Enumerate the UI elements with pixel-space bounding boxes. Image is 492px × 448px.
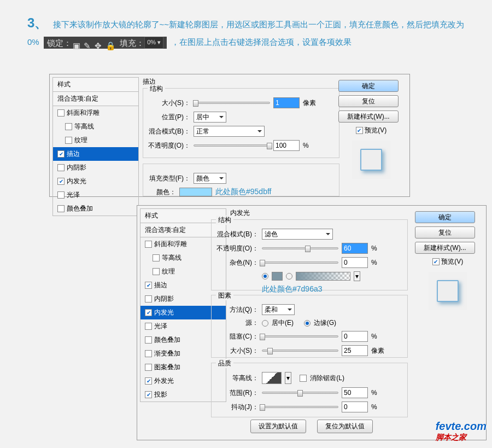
gradient-picker[interactable] [296,272,350,281]
opacity-input[interactable] [273,140,300,151]
style-checkbox[interactable] [57,164,65,171]
chevron-down-icon[interactable]: ▾ [354,271,360,281]
step-instruction: 3、 接下来该制作放大镜的轮廓了~~新建轮廓图层，用选区或图形工具画出一个正圆，… [0,0,492,55]
newstyle-button[interactable]: 新建样式(W)... [415,242,475,254]
dialog-buttons: 确定 复位 新建样式(W)... 预览(V) [415,211,481,316]
style-checkbox[interactable] [145,309,152,316]
stroke-color-swatch[interactable] [179,188,212,196]
opacity-slider[interactable] [194,144,270,147]
style-checkbox[interactable] [145,391,152,398]
gradient-radio[interactable] [286,273,292,280]
style-item[interactable]: 内阴影 [53,161,138,174]
choke-input[interactable] [342,331,368,342]
style-checkbox[interactable] [145,377,152,385]
style-checkbox[interactable] [145,241,152,248]
size-input[interactable] [342,345,368,356]
quality-group: 品质 等高线： ▾ 消除锯齿(L) 范围(R)： % 抖动(J)： % [211,363,408,417]
style-checkbox[interactable] [65,123,72,130]
blendmode-dropdown[interactable]: 滤色 [262,229,333,240]
dialog-buttons: 确定 复位 新建样式(W)... 预览(V) [338,80,404,184]
antialias-checkbox[interactable] [300,375,307,382]
style-item[interactable]: 内发光 [53,174,138,188]
elements-group: 图素 方法(Q)： 柔和 源： 居中(E) 边缘(G) 阻塞(C)： % 大小(… [211,295,408,358]
watermark: fevte.com 脚本之家 [436,420,487,443]
size-input[interactable] [273,97,300,108]
chevron-down-icon[interactable]: ▾ [285,372,291,384]
blend-options[interactable]: 混合选项:自定 [52,91,139,106]
preview-checkbox[interactable] [356,127,363,134]
preview-thumbnail [352,141,390,179]
style-item[interactable]: 纹理 [53,133,138,147]
structure-group: 结构 混合模式(B)： 滤色 不透明度(O)： % 杂色(N)： % ▾ 此处颜… [211,219,408,290]
filltype-dropdown[interactable]: 颜色 [194,173,226,184]
style-checkbox[interactable] [145,295,152,302]
style-checkbox[interactable] [145,323,152,330]
layer-style-dialog-innerglow: 样式 混合选项:自定 斜面和浮雕等高线纹理描边内阴影内发光光泽颜色叠加渐变叠加图… [137,205,487,440]
set-default-button[interactable]: 设置为默认值 [250,420,306,433]
preview-thumbnail [429,272,467,310]
style-checkbox[interactable] [57,150,65,158]
layer-style-dialog-stroke: 样式 混合选项:自定 斜面和浮雕等高线纹理描边内阴影内发光光泽颜色叠加 描边 结… [49,74,410,197]
style-checkbox[interactable] [57,178,65,185]
color-radio[interactable] [262,273,268,280]
lock-move-icon[interactable]: ✥ [95,38,103,47]
style-checkbox[interactable] [57,109,65,117]
range-input[interactable] [342,387,368,398]
style-checkbox[interactable] [145,282,152,289]
style-checkbox[interactable] [65,137,72,144]
range-slider[interactable] [262,392,338,394]
contour-picker[interactable] [262,372,282,384]
jitter-slider[interactable] [262,406,338,408]
default-buttons: 设置为默认值 复位为默认值 [250,420,373,433]
opacity-slider[interactable] [262,247,338,249]
style-item[interactable]: 颜色叠加 [53,202,138,216]
size-slider[interactable] [194,102,270,104]
style-item[interactable]: 等高线 [53,120,138,133]
style-item[interactable]: 斜面和浮雕 [53,106,138,120]
newstyle-button[interactable]: 新建样式(W)... [338,110,399,123]
color-annotation: 此处颜色#95dbff [215,187,271,197]
structure-group: 结构 大小(S)： 像素 位置(P)： 居中 混合模式(B)： 正常 不透明度(… [143,88,339,158]
style-checkbox[interactable] [145,350,152,357]
reset-default-button[interactable]: 复位为默认值 [317,420,373,433]
noise-slider[interactable] [262,261,338,264]
reset-button[interactable]: 复位 [338,95,399,107]
noise-input[interactable] [342,257,368,268]
style-item[interactable]: 描边 [53,147,138,161]
ok-button[interactable]: 确定 [338,80,399,92]
jitter-input[interactable] [342,402,368,412]
lock-toolbar: 锁定： ▣ ✎ ✥ 🔒 填充： 0% ▾ [44,37,167,49]
reset-button[interactable]: 复位 [415,226,475,238]
lock-all-icon[interactable]: 🔒 [106,38,114,47]
position-dropdown[interactable]: 居中 [194,112,226,123]
fill-group: 填充类型(F)： 颜色 颜色： 此处颜色#95dbff [143,164,339,196]
source-center-radio[interactable] [262,320,268,327]
style-checkbox[interactable] [153,268,160,275]
step-text-after: ，在图层上点击右键选择混合选项，设置各项效果 [171,37,352,46]
style-checkbox[interactable] [145,364,152,371]
ok-button[interactable]: 确定 [415,211,475,223]
source-edge-radio[interactable] [304,320,311,327]
styles-list: 样式 混合选项:自定 斜面和浮雕等高线纹理描边内阴影内发光光泽颜色叠加 [52,77,139,216]
style-item[interactable]: 光泽 [53,188,138,202]
style-checkbox[interactable] [57,205,65,212]
style-checkbox[interactable] [145,336,152,344]
step-number: 3、 [27,15,48,30]
lock-brush-icon[interactable]: ✎ [84,38,92,47]
glow-color-swatch[interactable] [272,272,283,281]
style-checkbox[interactable] [153,254,160,261]
size-slider[interactable] [262,350,338,352]
color-annotation: 此处颜色#7d96a3 [262,284,323,294]
opacity-input[interactable] [342,243,368,254]
style-checkbox[interactable] [57,191,65,199]
lock-transparent-icon[interactable]: ▣ [73,38,81,47]
fill-dropdown[interactable]: 0% ▾ [144,37,163,49]
choke-slider[interactable] [262,335,338,338]
styles-header[interactable]: 样式 [52,77,139,91]
preview-checkbox[interactable] [432,258,440,265]
method-dropdown[interactable]: 柔和 [262,304,295,315]
blendmode-dropdown[interactable]: 正常 [194,126,265,137]
